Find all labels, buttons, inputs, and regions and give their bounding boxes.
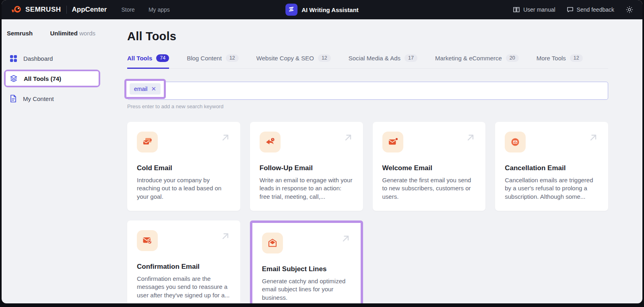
email-subject-lines-icon: [266, 237, 279, 249]
card-description: Confirmation emails are the messages you…: [137, 275, 231, 300]
nav-store[interactable]: Store: [121, 6, 134, 13]
annotation-highlight-chip: email ✕: [124, 79, 166, 99]
tab-count-badge: 12: [226, 54, 239, 62]
layers-icon: [10, 74, 18, 82]
plan-name: Semrush: [7, 30, 33, 37]
send-feedback-link[interactable]: Send feedback: [567, 6, 614, 13]
user-manual-link[interactable]: User manual: [513, 6, 555, 13]
card-description: Write an email to engage with your leads…: [260, 176, 353, 201]
confirmation-email-icon: [141, 235, 153, 247]
open-arrow-icon: [588, 132, 599, 144]
card-follow-up-email[interactable]: Follow-Up Email Write an email to engage…: [250, 122, 363, 211]
tab-more-tools[interactable]: More Tools 12: [537, 54, 583, 69]
card-icon-tile: [137, 230, 158, 251]
tab-all-tools[interactable]: All Tools 74: [127, 54, 169, 69]
content: Semrush Unlimited words Dashboard All To…: [2, 19, 642, 303]
tab-count-badge: 17: [405, 54, 417, 62]
open-arrow-icon: [220, 231, 231, 243]
tab-social-media-ads[interactable]: Social Media & Ads 17: [349, 54, 417, 69]
card-slot-follow-up-email: Follow-Up Email Write an email to engage…: [250, 122, 363, 211]
welcome-email-icon: [387, 136, 399, 148]
tab-website-copy-seo[interactable]: Website Copy & SEO 12: [256, 54, 331, 69]
brand-divider: [66, 6, 67, 14]
card-slot-cancellation-email: Cancellation Email Cancellation emails a…: [495, 122, 608, 211]
card-description: Introduce your company by reaching out t…: [137, 176, 231, 201]
tab-count-badge: 12: [570, 54, 583, 62]
app-title: AI Writing Assistant: [301, 6, 359, 13]
cold-email-icon: [141, 136, 153, 148]
topbar: SEMRUSH AppCenter Store My apps AI Writi…: [2, 0, 642, 19]
card-title: Cancellation Email: [505, 164, 599, 172]
card-title: Email Subject Lines: [262, 265, 351, 273]
card-icon-tile: [137, 132, 158, 152]
card-title: Welcome Email: [382, 164, 476, 172]
open-arrow-icon: [343, 132, 353, 144]
semrush-logo-icon: [11, 4, 22, 15]
tab-count-badge: 12: [318, 54, 331, 62]
tab-count-badge: 74: [156, 54, 169, 62]
card-welcome-email[interactable]: Welcome Email Generate the first email y…: [373, 122, 486, 211]
sidebar-item-my-content[interactable]: My Content: [2, 91, 102, 107]
card-description: Generate the first email you send to new…: [382, 176, 476, 201]
open-arrow-icon: [220, 132, 231, 144]
search-bar: email ✕: [127, 82, 608, 100]
page-title: All Tools: [127, 30, 608, 43]
dashboard-grid-icon: [10, 55, 17, 62]
card-title: Confirmation Email: [137, 263, 231, 271]
annotation-highlight-card-email-subject-lines: Email Subject Lines Generate catchy and …: [250, 220, 363, 303]
card-title: Follow-Up Email: [260, 164, 353, 172]
card-slot-confirmation-email: Confirmation Email Confirmation emails a…: [127, 220, 240, 303]
sidebar-item-all-tools-74[interactable]: All Tools (74): [6, 71, 99, 86]
card-slot-welcome-email: Welcome Email Generate the first email y…: [373, 122, 486, 211]
chip-remove-icon[interactable]: ✕: [151, 86, 156, 92]
plan-words: Unlimited words: [50, 30, 95, 37]
card-slot-cold-email: Cold Email Introduce your company by rea…: [127, 122, 240, 211]
card-confirmation-email[interactable]: Confirmation Email Confirmation emails a…: [127, 220, 240, 303]
card-icon-tile: [505, 132, 526, 152]
topbar-nav: Store My apps: [121, 6, 169, 13]
card-cancellation-email[interactable]: Cancellation Email Cancellation emails a…: [495, 122, 608, 211]
sidebar: Semrush Unlimited words Dashboard All To…: [2, 19, 102, 303]
chat-icon: [567, 6, 574, 13]
plan-summary: Semrush Unlimited words: [2, 30, 102, 37]
document-icon: [10, 95, 17, 103]
sidebar-nav: Dashboard All Tools (74) My Content: [2, 50, 102, 107]
nav-my-apps[interactable]: My apps: [149, 6, 170, 13]
search-chip-label: email: [134, 86, 147, 92]
open-arrow-icon: [465, 132, 476, 144]
card-cold-email[interactable]: Cold Email Introduce your company by rea…: [127, 122, 240, 211]
card-icon-tile: [262, 233, 283, 253]
tab-count-badge: 20: [506, 54, 519, 62]
screenshot-frame: SEMRUSH AppCenter Store My apps AI Writi…: [0, 0, 644, 307]
book-icon: [513, 6, 520, 13]
tab-marketing-ecommerce[interactable]: Marketing & eCommerce 20: [435, 54, 519, 69]
tabs: All Tools 74 Blog Content 12 Website Cop…: [127, 54, 608, 69]
app-window: SEMRUSH AppCenter Store My apps AI Writi…: [2, 0, 642, 303]
search-helper: Press enter to add a new search keyword: [127, 103, 608, 109]
cards-grid: Cold Email Introduce your company by rea…: [127, 122, 608, 304]
cancellation-email-icon: [509, 136, 521, 148]
search-input[interactable]: [127, 82, 608, 100]
card-icon-tile: [260, 132, 281, 152]
card-title: Cold Email: [137, 164, 231, 172]
open-arrow-icon: [341, 233, 351, 245]
topbar-right: User manual Send feedback: [513, 6, 634, 14]
search-chip[interactable]: email ✕: [130, 83, 161, 95]
card-description: Generate catchy and optimized email subj…: [262, 277, 351, 302]
card-icon-tile: [382, 132, 403, 152]
sidebar-item-dashboard[interactable]: Dashboard: [2, 50, 102, 66]
main-panel: All Tools All Tools 74 Blog Content 12 W…: [127, 19, 608, 303]
brand-semrush: SEMRUSH: [25, 6, 61, 14]
follow-up-email-icon: [264, 136, 276, 148]
card-email-subject-lines[interactable]: Email Subject Lines Generate catchy and …: [250, 220, 363, 303]
ai-writing-assistant-icon: [285, 4, 297, 16]
settings-gear-icon[interactable]: [625, 6, 634, 14]
card-description: Cancellation emails are triggered by a u…: [505, 176, 599, 201]
annotation-highlight-sidebar: All Tools (74): [4, 70, 100, 87]
app-header: AI Writing Assistant: [285, 0, 359, 19]
brand-appcenter: AppCenter: [72, 6, 107, 14]
brand-group[interactable]: SEMRUSH AppCenter: [11, 4, 107, 15]
tab-blog-content[interactable]: Blog Content 12: [187, 54, 239, 69]
